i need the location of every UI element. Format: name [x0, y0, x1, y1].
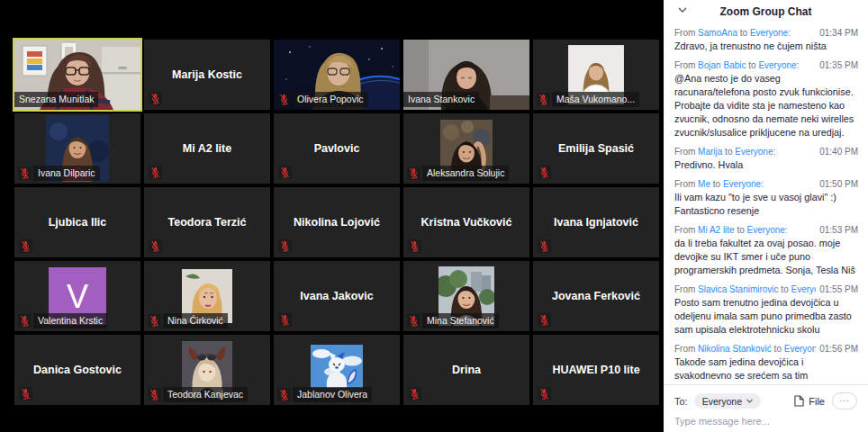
message-sender: From SamoAna to Everyone: [674, 27, 816, 40]
participant-tile[interactable]: Drina [403, 335, 529, 405]
muted-mic-icon [278, 313, 292, 327]
participant-tile[interactable]: Nina Ćirković [144, 261, 270, 331]
participant-tile[interactable]: Ivana Jakovic [274, 261, 400, 331]
file-label: File [809, 396, 825, 407]
muted-mic-icon [408, 387, 421, 400]
message-timestamp: 01:50 PM [819, 178, 858, 191]
participant-tile[interactable]: Mi A2 lite [144, 113, 270, 184]
participant-name: HUAWEI P10 lite [533, 335, 659, 405]
message-sender: From Mi A2 lite to Everyone: [674, 224, 816, 237]
message-text: Posto sam trenutno jedina devojčica u od… [674, 296, 858, 337]
participant-tile[interactable]: Danica Gostovic [14, 335, 140, 405]
participant-name-label: Snezana Munitlak [14, 92, 98, 107]
muted-mic-icon [407, 166, 420, 180]
message-timestamp: 01:35 PM [819, 59, 858, 72]
participant-tile[interactable]: Ljubica Ilic [14, 187, 140, 257]
message-input[interactable]: Type message here... [674, 416, 857, 427]
participant-tile[interactable]: Snezana Munitlak [14, 40, 140, 110]
participant-name: Snezana Munitlak [14, 92, 98, 107]
file-button[interactable]: File [794, 395, 825, 407]
participant-grid: Snezana MunitlakMarija KosticOlivera Pop… [14, 40, 659, 405]
participant-tile[interactable]: Ivana Dilparic [14, 113, 140, 184]
participant-name: Ivana Stankovic [403, 92, 479, 107]
muted-mic-icon [538, 239, 551, 253]
participant-name: Marija Kostic [144, 40, 270, 110]
participant-tile[interactable]: Teodora Terzić [144, 187, 270, 257]
chat-header: Zoom Group Chat [664, 0, 868, 23]
file-icon [794, 395, 804, 407]
participant-tile[interactable]: Nikolina Lojović [274, 187, 400, 257]
video-gallery: Snezana MunitlakMarija KosticOlivera Pop… [0, 0, 664, 432]
participant-tile[interactable]: Kristna Vučković [403, 187, 529, 257]
muted-mic-icon [149, 239, 162, 253]
participant-name-label: Ivana Stankovic [403, 92, 479, 107]
participant-name: Olivera Popovic [293, 92, 368, 107]
participant-name: Emilija Spasić [533, 113, 659, 184]
chat-title: Zoom Group Chat [720, 5, 812, 18]
participant-tile[interactable]: HUAWEI P10 lite [533, 335, 659, 405]
recipient-value: Everyone [702, 396, 742, 407]
message-sender: From Slavica Stanimirovic to Everyone: [674, 284, 816, 296]
message-timestamp: 01:34 PM [819, 27, 858, 40]
muted-mic-icon [148, 314, 161, 328]
chat-message: From Me to Everyone:01:50 PMIli vam kazu… [674, 178, 858, 218]
chat-message: From Slavica Stanimirovic to Everyone:01… [674, 284, 858, 337]
muted-mic-icon [18, 314, 32, 328]
message-text: Zdravo, ja trenustno ne čujem ništa [674, 40, 858, 53]
participant-tile[interactable]: Ivana Stankovic [403, 40, 529, 110]
participant-name: Teodora Terzić [144, 187, 270, 257]
participant-name-label: Jablanov Olivera [274, 387, 372, 402]
chat-message: From SamoAna to Everyone:01:34 PMZdravo,… [674, 27, 858, 53]
message-sender: From Bojan Babic to Everyone: [674, 59, 816, 72]
participant-name: Mi A2 lite [144, 113, 270, 184]
participant-name-label: Ivana Dilparic [14, 166, 100, 181]
chat-message: From Mi A2 lite to Everyone:01:53 PMda l… [674, 224, 858, 277]
participant-name: Maša Vukomano... [552, 92, 639, 107]
muted-mic-icon [408, 239, 421, 253]
participant-name: Ivana Ignjatović [533, 187, 659, 257]
participant-tile[interactable]: VValentina Krstic [14, 261, 140, 331]
more-options-button[interactable]: ... [832, 392, 857, 410]
participant-name: Kristna Vučković [403, 187, 529, 257]
message-text: @Ana nesto je do vaseg racunara/telefona… [674, 72, 858, 140]
participant-name: Nikolina Lojović [274, 187, 400, 257]
message-text: Takođe sam jedina devojčica i svakodnevn… [674, 356, 858, 384]
message-timestamp: 01:55 PM [819, 284, 858, 296]
message-timestamp: 01:53 PM [819, 224, 858, 237]
ellipsis-icon: ... [839, 394, 849, 403]
participant-tile[interactable]: Olivera Popovic [274, 40, 400, 110]
chat-message: From Marija to Everyone:01:40 PMPredivno… [674, 146, 858, 172]
chat-message: From Nikolina Stanković to Everyone:01:5… [674, 343, 858, 384]
participant-tile[interactable]: Aleksandra Solujic [403, 113, 529, 184]
participant-name: Pavlovic [274, 113, 400, 184]
participant-tile[interactable]: Jovana Ferković [533, 261, 659, 331]
chat-composer: To: Everyone File ... [664, 384, 868, 432]
participant-name: Ljubica Ilic [14, 187, 140, 257]
chevron-down-icon[interactable] [678, 7, 687, 13]
participant-tile[interactable]: Marija Kostic [144, 40, 270, 110]
participant-tile[interactable]: Jablanov Olivera [274, 335, 400, 405]
muted-mic-icon [537, 93, 550, 106]
muted-mic-icon [19, 387, 32, 400]
participant-name-label: Mina Stefanović [403, 313, 499, 328]
participant-name: Aleksandra Solujic [422, 166, 509, 181]
muted-mic-icon [18, 166, 32, 180]
chat-message-list: From SamoAna to Everyone:01:34 PMZdravo,… [664, 24, 868, 384]
recipient-dropdown[interactable]: Everyone [694, 393, 761, 409]
participant-tile[interactable]: Maša Vukomano... [533, 40, 659, 110]
participant-name: Mina Stefanović [422, 313, 499, 328]
participant-name-label: Valentina Krstic [14, 313, 107, 328]
message-sender: From Nikolina Stanković to Everyone: [674, 343, 816, 356]
participant-tile[interactable]: Emilija Spasić [533, 113, 659, 184]
muted-mic-icon [278, 239, 292, 253]
participant-name: Teodora Kanjevac [163, 387, 248, 402]
chat-panel: Zoom Group Chat From SamoAna to Everyone… [664, 0, 868, 432]
participant-tile[interactable]: Mina Stefanović [403, 261, 529, 331]
participant-tile[interactable]: Teodora Kanjevac [144, 335, 270, 405]
participant-tile[interactable]: Pavlovic [274, 113, 400, 184]
message-text: Ili vam kazu "to je sve u vasoj glavi" :… [674, 191, 858, 218]
participant-name: Nina Ćirković [163, 313, 228, 328]
muted-mic-icon [148, 388, 161, 401]
muted-mic-icon [19, 239, 32, 253]
participant-tile[interactable]: Ivana Ignjatović [533, 187, 659, 257]
